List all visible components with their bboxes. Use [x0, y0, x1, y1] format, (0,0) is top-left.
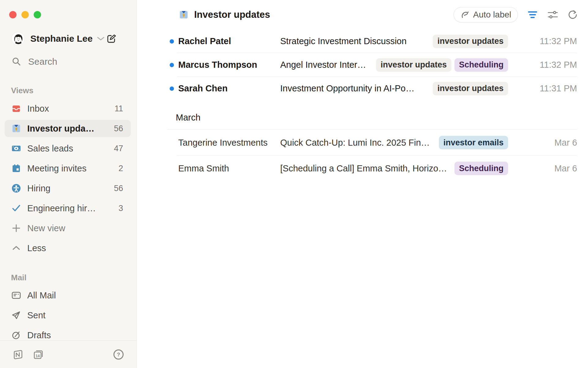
sidebar-item-inbox[interactable]: Inbox 11: [5, 100, 131, 117]
email-labels: investor emails: [439, 136, 508, 149]
email-sender: Tangerine Investments: [178, 138, 280, 148]
search-icon: [12, 57, 21, 67]
zoom-button[interactable]: [34, 11, 41, 18]
email-subject: Strategic Investment Discussion: [280, 36, 433, 46]
unread-indicator: [167, 86, 178, 91]
email-row[interactable]: Tangerine Investments Quick Catch-Up: Lu…: [167, 130, 577, 155]
account-switcher[interactable]: Stephanie Lee: [11, 32, 127, 45]
email-labels: Scheduling: [454, 162, 508, 175]
less-button[interactable]: Less: [5, 240, 131, 257]
chevron-down-icon: [97, 36, 105, 41]
calendar-icon: [11, 163, 21, 173]
chevron-up-icon: [11, 243, 21, 253]
sidebar-item-label: All Mail: [27, 290, 56, 301]
sidebar-item-label: Meeting invites: [27, 163, 86, 174]
email-subject: Investment Opportunity in AI-Po…: [280, 83, 433, 94]
unread-indicator: [167, 63, 178, 67]
sidebar-item-sent[interactable]: Sent: [5, 307, 131, 324]
calendar-14-icon[interactable]: 14: [32, 349, 44, 360]
sidebar-item-count: 2: [119, 164, 123, 173]
close-button[interactable]: [9, 11, 17, 18]
sidebar-item-sales-leads[interactable]: Sales leads 47: [5, 140, 131, 157]
label-chip[interactable]: investor updates: [433, 82, 508, 95]
sidebar-bottom-bar: 14 ?: [0, 340, 137, 368]
label-chip[interactable]: Scheduling: [454, 162, 508, 175]
sidebar: Stephanie Lee Search Views: [0, 0, 137, 368]
email-row[interactable]: Emma Smith [Scheduling a Call] Emma Smit…: [167, 155, 577, 181]
unread-indicator: [167, 39, 178, 44]
email-sender: Marcus Thompson: [178, 60, 280, 70]
unread-dot: [170, 39, 174, 44]
sidebar-item-meeting-invites[interactable]: Meeting invites 2: [5, 160, 131, 177]
sidebar-item-count: 56: [114, 184, 123, 193]
email-time: 11:32 PM: [508, 36, 577, 46]
email-sender: Sarah Chen: [178, 83, 280, 94]
email-time: Mar 6: [508, 138, 577, 148]
sidebar-item-all-mail[interactable]: All Mail: [5, 287, 131, 304]
email-row[interactable]: Sarah Chen Investment Opportunity in AI-…: [167, 77, 577, 100]
auto-label-button[interactable]: Auto label: [454, 7, 518, 22]
label-chip[interactable]: investor updates: [376, 58, 451, 72]
sidebar-item-label: New view: [27, 223, 65, 233]
banknote-icon: [11, 144, 21, 153]
email-labels: investor updates: [433, 35, 508, 48]
avatar: [11, 32, 25, 45]
views-list: Inbox 11 Investor upda… 56: [5, 100, 131, 259]
drafts-icon: [11, 330, 21, 340]
email-row[interactable]: Marcus Thompson Angel Investor Inter… in…: [167, 53, 577, 77]
email-sender: Emma Smith: [178, 163, 280, 174]
label-chip[interactable]: investor updates: [433, 35, 508, 48]
email-row[interactable]: Rachel Patel Strategic Investment Discus…: [167, 29, 577, 53]
views-section-label: Views: [11, 86, 33, 95]
sidebar-item-hiring[interactable]: Hiring 56: [5, 180, 131, 197]
sidebar-item-label: Inbox: [27, 104, 49, 114]
sidebar-item-count: 3: [119, 204, 123, 213]
section-label: March: [176, 113, 201, 123]
sent-icon: [11, 310, 21, 320]
refresh-icon[interactable]: [567, 10, 578, 20]
label-chip[interactable]: Scheduling: [454, 58, 508, 72]
new-view-button[interactable]: New view: [5, 220, 131, 237]
sidebar-item-label: Hiring: [27, 183, 51, 194]
minimize-button[interactable]: [21, 11, 29, 18]
search-input[interactable]: Search: [12, 56, 57, 67]
sidebar-item-count: 47: [114, 144, 123, 153]
email-subject: Angel Investor Inter…: [280, 60, 376, 70]
sidebar-item-label: Sales leads: [27, 144, 73, 154]
email-time: 11:32 PM: [508, 60, 577, 70]
inbox-icon: [11, 104, 21, 113]
plus-icon: [11, 223, 21, 233]
svg-text:?: ?: [117, 352, 120, 358]
mail-app-window: Stephanie Lee Search Views: [0, 0, 588, 368]
notion-icon[interactable]: [12, 349, 24, 360]
unread-dot: [170, 63, 174, 67]
svg-text:14: 14: [36, 354, 40, 358]
help-icon[interactable]: ?: [113, 349, 124, 360]
label-chip[interactable]: investor emails: [439, 136, 508, 149]
sidebar-item-label: Drafts: [27, 330, 51, 340]
sidebar-item-label: Engineering hir…: [27, 203, 96, 213]
mail-list: All Mail Sent Drafts: [5, 287, 131, 347]
sidebar-item-engineering-hiring[interactable]: Engineering hir… 3: [5, 200, 131, 217]
compose-icon[interactable]: [105, 32, 117, 45]
check-icon: [11, 203, 21, 213]
header-controls: Auto label: [454, 7, 578, 22]
email-time: Mar 6: [508, 163, 577, 174]
auto-label-icon: [460, 10, 469, 19]
email-sender: Rachel Patel: [178, 36, 280, 46]
all-mail-icon: [11, 290, 21, 300]
date-section-header: March: [167, 100, 577, 130]
view-header: Investor updates Auto label: [137, 0, 588, 29]
sidebar-item-label: Sent: [27, 310, 46, 320]
main-panel: Investor updates Auto label: [137, 0, 588, 368]
person-icon: [11, 183, 21, 193]
necktie-icon: [11, 124, 21, 133]
filter-icon[interactable]: [527, 10, 538, 19]
sidebar-item-label: Less: [27, 243, 46, 253]
sliders-icon[interactable]: [547, 10, 558, 19]
traffic-lights: [9, 11, 41, 18]
page-title: Investor updates: [194, 9, 270, 20]
email-subject: [Scheduling a Call] Emma Smith, Horizo…: [280, 163, 454, 174]
sidebar-item-investor-updates[interactable]: Investor upda… 56: [5, 120, 131, 137]
email-list: Rachel Patel Strategic Investment Discus…: [137, 29, 588, 181]
